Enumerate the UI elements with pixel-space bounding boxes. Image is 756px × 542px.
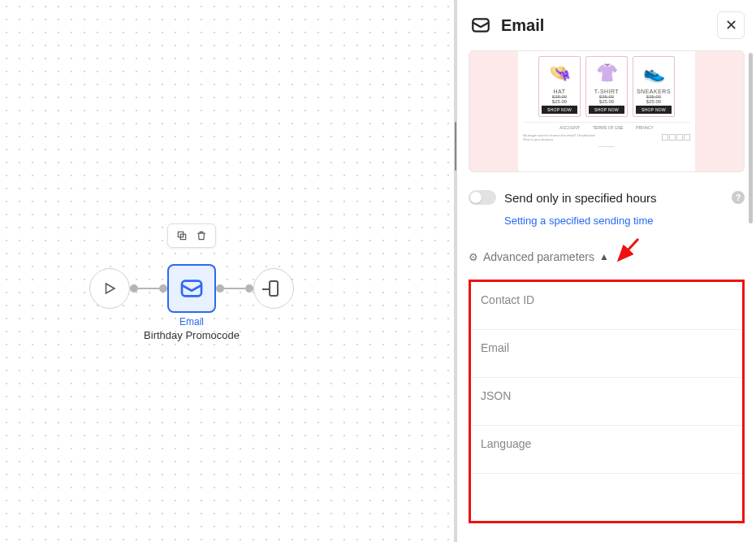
send-hours-toggle[interactable] bbox=[469, 190, 496, 205]
connector-line bbox=[224, 288, 245, 289]
svg-rect-4 bbox=[473, 19, 489, 31]
play-icon bbox=[102, 281, 117, 296]
mail-icon bbox=[470, 15, 491, 36]
specified-time-link[interactable]: Setting a specified sending time bbox=[504, 215, 654, 227]
connector-dot bbox=[216, 284, 224, 293]
connector-line bbox=[138, 288, 159, 289]
preview-product: 👚 T-SHIRT $35.00 $25.00 SHOP NOW bbox=[585, 56, 628, 117]
close-icon: ✕ bbox=[725, 16, 737, 34]
send-hours-row: Send only in specified hours ? bbox=[469, 190, 745, 205]
connector-dot bbox=[130, 284, 138, 293]
advanced-parameters-box: Contact ID Email JSON Language bbox=[469, 280, 745, 523]
panel-header: Email ✕ bbox=[469, 11, 745, 39]
panel-title: Email bbox=[501, 16, 709, 35]
chevron-up-icon: ▲ bbox=[599, 251, 609, 262]
close-button[interactable]: ✕ bbox=[717, 11, 745, 39]
panel-icon bbox=[469, 13, 493, 37]
delete-button[interactable] bbox=[194, 228, 209, 243]
node-labels: Email Birthday Promocode bbox=[110, 316, 273, 341]
email-field[interactable]: Email bbox=[471, 330, 742, 378]
email-config-panel: Email ✕ 👒 HAT $35.00 $25.00 SHOP NOW 👚 T… bbox=[457, 0, 756, 542]
copy-icon bbox=[176, 230, 188, 241]
advanced-parameters-toggle[interactable]: ⚙ Advanced parameters ▲ bbox=[469, 250, 745, 263]
node-title-label: Birthday Promocode bbox=[110, 329, 273, 341]
end-node[interactable] bbox=[253, 268, 294, 309]
node-toolbar bbox=[167, 223, 216, 248]
json-field[interactable]: JSON bbox=[471, 378, 742, 426]
svg-rect-3 bbox=[182, 281, 201, 297]
advanced-label: Advanced parameters bbox=[483, 250, 594, 263]
help-icon[interactable]: ? bbox=[732, 191, 745, 204]
panel-scrollbar[interactable] bbox=[749, 53, 753, 223]
email-node[interactable] bbox=[167, 264, 216, 313]
mail-icon bbox=[179, 275, 205, 301]
gear-icon: ⚙ bbox=[469, 251, 478, 263]
preview-product: 👒 HAT $35.00 $25.00 SHOP NOW bbox=[538, 56, 581, 117]
send-hours-label: Send only in specified hours bbox=[504, 191, 724, 205]
svg-marker-0 bbox=[106, 284, 115, 293]
language-field[interactable]: Language bbox=[471, 426, 742, 474]
copy-button[interactable] bbox=[175, 228, 189, 243]
workflow-canvas[interactable]: Email Birthday Promocode bbox=[0, 0, 454, 542]
node-type-label: Email bbox=[110, 316, 273, 327]
connector-dot bbox=[159, 284, 167, 293]
contact-id-field[interactable]: Contact ID bbox=[471, 282, 742, 330]
start-node[interactable] bbox=[89, 268, 130, 309]
preview-product: 👟 SNEAKERS $35.00 $25.00 SHOP NOW bbox=[633, 56, 675, 117]
email-preview[interactable]: 👒 HAT $35.00 $25.00 SHOP NOW 👚 T-SHIRT $… bbox=[469, 50, 745, 172]
workflow-flow: Email Birthday Promocode bbox=[89, 264, 294, 313]
end-icon bbox=[269, 280, 279, 297]
trash-icon bbox=[196, 230, 207, 241]
connector-dot bbox=[245, 284, 253, 293]
